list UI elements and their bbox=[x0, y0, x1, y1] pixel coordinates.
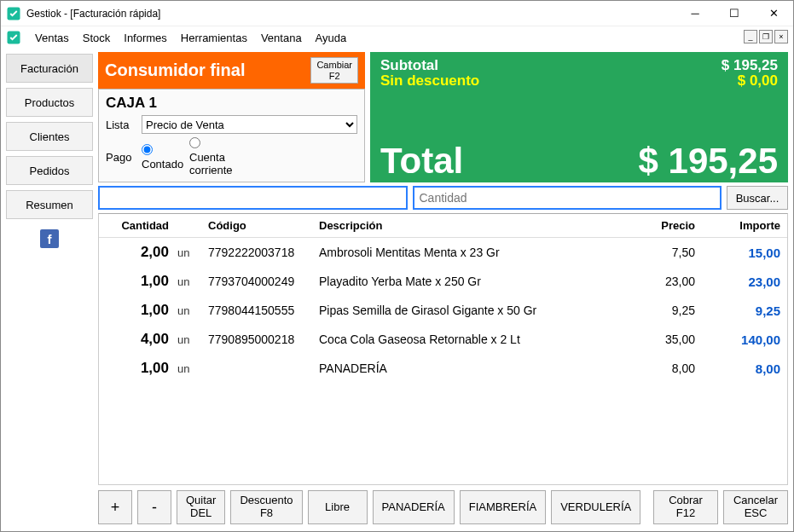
cell-amount: 140,00 bbox=[702, 325, 787, 354]
discount-button[interactable]: Descuento F8 bbox=[230, 490, 302, 524]
decrement-button[interactable]: - bbox=[137, 490, 171, 524]
charge-button[interactable]: Cobrar F12 bbox=[653, 490, 718, 524]
cell-unit: un bbox=[176, 296, 201, 325]
mdi-controls: _ ❐ × bbox=[744, 30, 788, 43]
cell-price: 35,00 bbox=[634, 325, 702, 354]
menu-ayuda[interactable]: Ayuda bbox=[309, 29, 354, 47]
search-button[interactable]: Buscar... bbox=[727, 186, 788, 210]
pago-contado-radio[interactable]: Contado bbox=[142, 144, 177, 171]
menu-informes[interactable]: Informes bbox=[117, 29, 174, 47]
cell-price: 9,25 bbox=[634, 296, 702, 325]
mdi-close-button[interactable]: × bbox=[774, 30, 788, 43]
mdi-minimize-button[interactable]: _ bbox=[744, 30, 757, 43]
items-grid: Cantidad Código Descripción Precio Impor… bbox=[98, 213, 788, 485]
discount-label: Sin descuento bbox=[380, 72, 479, 90]
cell-price: 7,50 bbox=[634, 238, 702, 268]
pago-cc-radio[interactable]: Cuenta corriente bbox=[189, 137, 225, 176]
titlebar: Gestiok - [Facturación rápida] ─ ☐ ✕ bbox=[1, 1, 793, 26]
menubar: Ventas Stock Informes Herramientas Venta… bbox=[1, 26, 793, 49]
bottom-toolbar: + - Quitar DEL Descuento F8 Libre PANADE… bbox=[98, 489, 788, 526]
quantity-input[interactable] bbox=[413, 186, 722, 210]
cell-amount: 9,25 bbox=[702, 296, 787, 325]
customer-name: Consumidor final bbox=[105, 61, 245, 80]
total-label: Total bbox=[380, 143, 463, 179]
category-verduleria-button[interactable]: VERDULERÍA bbox=[551, 490, 640, 524]
cell-price: 23,00 bbox=[634, 267, 702, 296]
total-value: $ 195,25 bbox=[639, 143, 779, 179]
pago-label: Pago bbox=[106, 151, 142, 164]
cell-code: 7798044150555 bbox=[201, 296, 312, 325]
change-customer-button[interactable]: Cambiar F2 bbox=[310, 57, 358, 84]
col-price: Precio bbox=[634, 214, 702, 238]
sidebar: Facturación Productos Clientes Pedidos R… bbox=[1, 49, 98, 531]
lista-label: Lista bbox=[106, 119, 142, 131]
cell-code: 7792222003718 bbox=[201, 238, 312, 268]
category-fiambreria-button[interactable]: FIAMBRERÍA bbox=[460, 490, 546, 524]
cell-amount: 8,00 bbox=[702, 354, 787, 383]
app-logo-icon bbox=[6, 30, 21, 45]
cell-unit: un bbox=[176, 354, 201, 383]
col-amount: Importe bbox=[702, 214, 787, 238]
cell-unit: un bbox=[176, 325, 201, 354]
app-logo-icon bbox=[6, 6, 21, 21]
table-row[interactable]: 1,00un7798044150555Pipas Semilla de Gira… bbox=[99, 296, 787, 325]
cancel-button[interactable]: Cancelar ESC bbox=[723, 490, 788, 524]
cell-desc: Pipas Semilla de Girasol Gigante x 50 Gr bbox=[312, 296, 634, 325]
col-desc: Descripción bbox=[312, 214, 634, 238]
menu-ventana[interactable]: Ventana bbox=[254, 29, 309, 47]
table-row[interactable]: 1,00un7793704000249Playadito Yerba Mate … bbox=[99, 267, 787, 296]
cell-desc: Playadito Yerba Mate x 250 Gr bbox=[312, 267, 634, 296]
subtotal-value: $ 195,25 bbox=[722, 57, 778, 74]
cell-qty: 1,00 bbox=[99, 354, 176, 383]
cell-desc: PANADERÍA bbox=[312, 354, 634, 383]
increment-button[interactable]: + bbox=[98, 490, 132, 524]
cell-desc: Coca Cola Gaseosa Retornable x 2 Lt bbox=[312, 325, 634, 354]
close-button[interactable]: ✕ bbox=[754, 1, 793, 26]
lista-select[interactable]: Precio de Venta bbox=[142, 115, 357, 134]
menu-herramientas[interactable]: Herramientas bbox=[174, 29, 254, 47]
facebook-icon[interactable]: f bbox=[40, 229, 59, 248]
sidebar-item-pedidos[interactable]: Pedidos bbox=[6, 156, 93, 185]
maximize-button[interactable]: ☐ bbox=[715, 1, 754, 26]
cell-qty: 1,00 bbox=[99, 267, 176, 296]
subtotal-label: Subtotal bbox=[380, 57, 438, 74]
sidebar-item-clientes[interactable]: Clientes bbox=[6, 122, 93, 151]
cell-amount: 23,00 bbox=[702, 267, 787, 296]
discount-value: $ 0,00 bbox=[738, 72, 778, 90]
window-title: Gestiok - [Facturación rápida] bbox=[26, 8, 675, 20]
cell-code bbox=[201, 354, 312, 383]
caja-title: CAJA 1 bbox=[106, 95, 357, 112]
cell-qty: 4,00 bbox=[99, 325, 176, 354]
cell-desc: Ambrosoli Mentitas Menta x 23 Gr bbox=[312, 238, 634, 268]
table-row[interactable]: 1,00unPANADERÍA8,008,00 bbox=[99, 354, 787, 383]
sidebar-item-facturacion[interactable]: Facturación bbox=[6, 54, 93, 83]
customer-header: Consumidor final Cambiar F2 bbox=[98, 52, 365, 89]
remove-button[interactable]: Quitar DEL bbox=[177, 490, 225, 524]
table-row[interactable]: 4,00un7790895000218Coca Cola Gaseosa Ret… bbox=[99, 325, 787, 354]
table-row[interactable]: 2,00un7792222003718Ambrosoli Mentitas Me… bbox=[99, 238, 787, 268]
mdi-restore-button[interactable]: ❐ bbox=[759, 30, 773, 43]
menu-ventas[interactable]: Ventas bbox=[28, 29, 76, 47]
cell-qty: 1,00 bbox=[99, 296, 176, 325]
category-panaderia-button[interactable]: PANADERÍA bbox=[373, 490, 455, 524]
cell-code: 7790895000218 bbox=[201, 325, 312, 354]
cell-unit: un bbox=[176, 267, 201, 296]
sidebar-item-productos[interactable]: Productos bbox=[6, 88, 93, 117]
search-input[interactable] bbox=[98, 186, 408, 210]
col-qty: Cantidad bbox=[99, 214, 176, 238]
cell-unit: un bbox=[176, 238, 201, 268]
cell-price: 8,00 bbox=[634, 354, 702, 383]
sidebar-item-resumen[interactable]: Resumen bbox=[6, 190, 93, 219]
cell-code: 7793704000249 bbox=[201, 267, 312, 296]
libre-button[interactable]: Libre bbox=[308, 490, 368, 524]
col-code: Código bbox=[201, 214, 312, 238]
cash-box: CAJA 1 Lista Precio de Venta Pago Contad… bbox=[98, 89, 365, 182]
minimize-button[interactable]: ─ bbox=[675, 1, 715, 26]
totals-panel: Subtotal $ 195,25 Sin descuento $ 0,00 T… bbox=[370, 52, 788, 182]
cell-amount: 15,00 bbox=[702, 238, 787, 268]
cell-qty: 2,00 bbox=[99, 238, 176, 268]
menu-stock[interactable]: Stock bbox=[76, 29, 118, 47]
